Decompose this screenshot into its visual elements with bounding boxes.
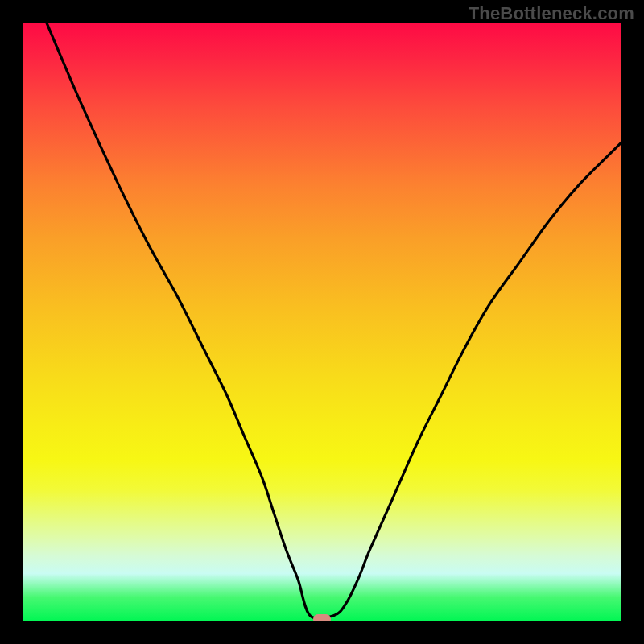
plot-area — [23, 23, 621, 621]
bottleneck-curve — [23, 23, 621, 621]
optimum-marker — [313, 614, 331, 621]
chart-frame: TheBottleneck.com — [0, 0, 644, 644]
curve-path — [47, 23, 621, 618]
watermark-text: TheBottleneck.com — [469, 3, 634, 24]
